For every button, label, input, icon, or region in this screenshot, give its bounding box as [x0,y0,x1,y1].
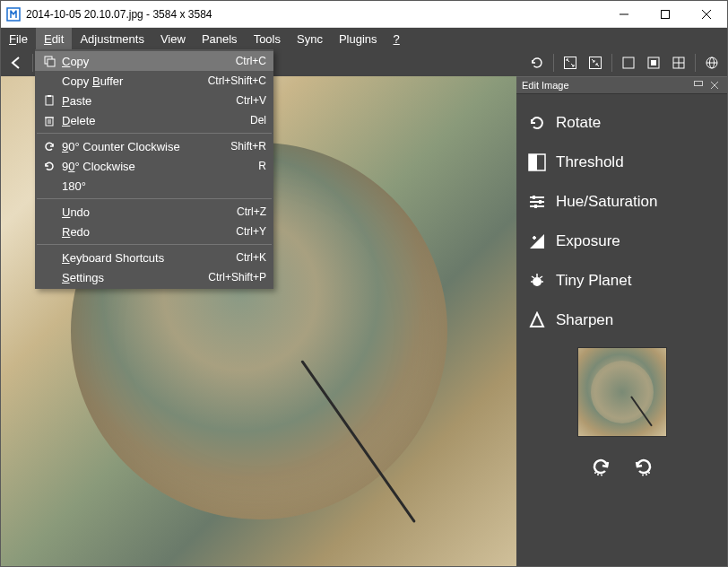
menu-separator [37,244,272,245]
op-sharpen[interactable]: Sharpen [527,301,716,340]
svg-rect-6 [590,57,602,69]
toolbar-separator [32,54,33,72]
rotate-buttons [587,453,657,480]
toolbar-separator [695,54,696,72]
op-label: Hue/Saturation [556,193,657,211]
panel-title: Edit Image [522,80,569,91]
square3-icon[interactable] [667,51,690,74]
menu-delete[interactable]: Delete Del [35,110,273,130]
svg-line-31 [532,276,534,278]
menu-separator [37,133,272,134]
op-threshold[interactable]: Threshold [527,143,716,182]
svg-point-38 [648,472,650,474]
copy-icon [40,54,58,68]
menu-sync[interactable]: Sync [289,28,331,49]
side-panel: Edit Image Rotate Threshold Hue/Saturati… [516,76,727,566]
rotate-cw-button[interactable] [630,453,657,480]
menu-copy[interactable]: Copy Ctrl+C [35,51,273,71]
op-label: Tiny Planet [556,272,631,290]
edit-dropdown: Copy Ctrl+C Copy Buffer Ctrl+Shift+C Pas… [35,49,273,289]
op-exposure[interactable]: Exposure [527,222,716,261]
panel-body: Rotate Threshold Hue/Saturation Exposure… [516,94,727,566]
exposure-icon [527,231,547,251]
svg-rect-5 [565,57,576,69]
menu-keyboard-shortcuts[interactable]: Keyboard Shortcuts Ctrl+K [35,248,273,267]
window-title: 2014-10-05 20.10.07.jpg - 3584 x 3584 [26,8,212,21]
op-label: Sharpen [556,311,613,329]
menu-adjustments[interactable]: Adjustments [72,28,152,49]
toolbar-separator [611,54,612,72]
titlebar: 2014-10-05 20.10.07.jpg - 3584 x 3584 [1,1,727,28]
tinyplanet-icon [527,271,547,291]
menubar: File Edit Adjustments View Panels Tools … [1,28,727,49]
preview-thumbnail[interactable] [577,347,667,437]
paste-icon [40,93,58,108]
svg-rect-43 [46,96,53,105]
rotate-cw-icon [40,159,58,173]
svg-point-39 [646,474,647,475]
actual-size-icon[interactable] [584,51,607,74]
menu-copy-buffer[interactable]: Copy Buffer Ctrl+Shift+C [35,71,273,91]
svg-rect-42 [48,59,55,66]
rotate-ccw-icon [40,139,58,153]
svg-point-40 [642,475,644,476]
svg-point-35 [594,472,596,474]
sharpen-icon [527,310,547,330]
svg-line-32 [540,276,542,278]
thumbnail-area [527,347,716,480]
app-icon [6,7,21,22]
svg-rect-7 [623,57,634,68]
window-controls [603,1,727,28]
menu-rotate-cw[interactable]: 90° Clockwise R [35,156,273,176]
svg-rect-25 [539,200,542,204]
menu-paste[interactable]: Paste Ctrl+V [35,91,273,110]
op-label: Threshold [556,153,624,171]
svg-rect-24 [533,196,535,199]
menu-panels[interactable]: Panels [194,28,246,49]
op-tinyplanet[interactable]: Tiny Planet [527,261,716,301]
menu-rotate-180[interactable]: 180° [35,176,273,196]
op-rotate[interactable]: Rotate [527,103,716,143]
svg-rect-20 [529,154,537,170]
refresh-icon[interactable] [525,51,549,74]
close-button[interactable] [686,1,727,28]
back-button[interactable] [4,51,28,74]
menu-help[interactable]: ? [386,28,408,49]
menu-settings[interactable]: Settings Ctrl+Shift+P [35,267,273,287]
square2-icon[interactable] [642,51,665,74]
op-huesat[interactable]: Hue/Saturation [527,182,716,222]
maximize-button[interactable] [645,1,686,28]
svg-point-37 [601,475,602,476]
svg-rect-9 [651,60,656,65]
svg-rect-44 [48,95,51,97]
svg-rect-16 [695,82,703,86]
threshold-icon [527,153,547,172]
panel-undock-icon[interactable] [691,78,706,92]
menu-tools[interactable]: Tools [246,28,289,49]
op-label: Rotate [556,114,601,132]
rotate-ccw-button[interactable] [587,453,614,480]
toolbar-separator [553,54,554,72]
menu-separator [37,198,272,199]
fit-icon[interactable] [559,51,582,74]
svg-rect-45 [46,118,53,126]
svg-rect-26 [534,205,537,208]
minimize-button[interactable] [603,1,645,28]
menu-undo[interactable]: Undo Ctrl+Z [35,202,273,222]
menu-view[interactable]: View [152,28,194,49]
delete-icon [40,113,58,127]
menu-file[interactable]: File [1,28,36,49]
globe-icon[interactable] [700,51,724,74]
menu-redo[interactable]: Redo Ctrl+Y [35,222,273,241]
panel-close-icon[interactable] [707,78,722,92]
op-label: Exposure [556,232,620,250]
menu-edit[interactable]: Edit [36,28,72,49]
square1-icon[interactable] [617,51,640,74]
menu-rotate-ccw[interactable]: 90° Counter Clockwise Shift+R [35,136,273,156]
rotate-icon [527,113,547,133]
svg-rect-2 [662,10,670,18]
panel-header: Edit Image [516,76,727,94]
svg-point-36 [597,474,599,475]
sliders-icon [527,192,547,212]
menu-plugins[interactable]: Plugins [331,28,386,49]
